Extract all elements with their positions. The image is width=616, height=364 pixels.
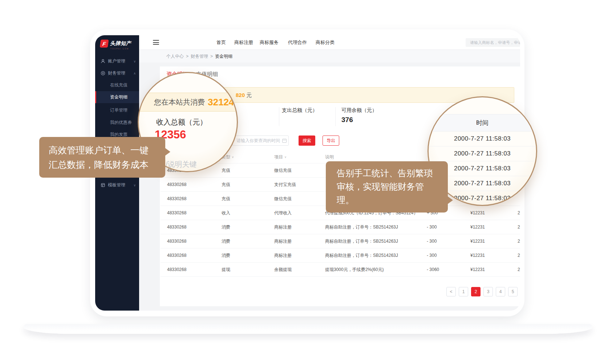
search-button[interactable]: 搜索 xyxy=(299,136,315,146)
cell-order-no: 48330268 xyxy=(167,206,186,220)
nav-trademark-service[interactable]: 商标服务 xyxy=(260,35,279,50)
cell-project: 商标注册 xyxy=(274,234,292,248)
topbar: 首页 商标注册 商标服务 代理合作 商标分类 xyxy=(139,35,520,50)
pagination-page-1[interactable]: 1 xyxy=(459,287,468,296)
user-icon xyxy=(101,59,105,64)
laptop-base xyxy=(24,324,592,334)
stat-divider xyxy=(279,107,279,126)
cell-balance: ¥12231 xyxy=(470,220,485,234)
magnified-income-label: 收入总额（元） xyxy=(156,117,207,127)
chevron-up-icon: ∧ xyxy=(133,72,136,75)
brand-subtitle: TOUPAI.COM xyxy=(110,48,129,50)
caret-down-icon: ∨ xyxy=(232,155,234,159)
stat-divider xyxy=(335,107,336,126)
cell-project: 余额提现 xyxy=(274,263,292,276)
cell-time: 2 xyxy=(518,220,520,234)
tooltip-left-text: 高效管理账户订单、一键汇总数据，降低财务成本 xyxy=(49,143,156,172)
chevron-down-icon: ∨ xyxy=(133,60,136,63)
table-row[interactable]: 48330268 消费 商标注册 商标自助注册，订单号：SB2514263J -… xyxy=(161,248,520,263)
breadcrumb-item[interactable]: 财务管理 xyxy=(191,53,208,60)
brand-logo[interactable]: F 头牌知产 xyxy=(100,40,131,48)
brand-logo-icon: F xyxy=(100,40,109,48)
finance-icon xyxy=(101,71,105,76)
cell-description: 提现3000元，手续费2%(60元) xyxy=(325,263,384,276)
export-button[interactable]: 导出 xyxy=(323,136,339,146)
cell-type: 消费 xyxy=(222,220,230,234)
cell-amount: - 3060 xyxy=(427,263,439,276)
breadcrumb-item[interactable]: 个人中心 xyxy=(166,53,184,60)
trademark-search-input[interactable] xyxy=(466,38,520,47)
cell-type: 充值 xyxy=(222,192,230,206)
cell-balance: ¥12231 xyxy=(470,206,485,220)
cell-type: 充值 xyxy=(222,178,230,191)
sidebar-item-label: 财务管理 xyxy=(108,70,125,76)
cell-balance: ¥12231 xyxy=(470,248,485,262)
cell-description: 商标自助注册，订单号：SB2514263J xyxy=(325,248,398,262)
cell-order-no: 48330268 xyxy=(167,248,186,262)
magnified-time-row: 2000-7-27 11:58:03 xyxy=(427,146,537,161)
calendar-icon[interactable] xyxy=(282,139,287,143)
pagination-page-4[interactable]: 4 xyxy=(496,287,505,296)
table-row[interactable]: 48330268 消费 商标注册 商标自助注册，订单号：SB2514263J -… xyxy=(161,220,520,234)
cell-project: 微信充值 xyxy=(274,163,292,177)
brand-name: 头牌知产 xyxy=(110,40,131,47)
date-filter-input[interactable] xyxy=(232,136,289,146)
magnified-consumption-amount: 32124 xyxy=(208,97,234,108)
pagination-prev-button[interactable]: < xyxy=(446,287,456,296)
cell-type: 提现 xyxy=(222,263,230,276)
sidebar-item-finance[interactable]: 财务管理 ∧ xyxy=(95,67,139,79)
magnified-time-header: 时间 xyxy=(427,114,537,132)
cell-balance: ¥12231 xyxy=(470,263,485,276)
tooltip-right: 告别手工统计、告别繁琐审核，实现智能财务管理。 xyxy=(326,161,448,213)
cell-amount: - 300 xyxy=(427,234,437,248)
sidebar-item-fund-details[interactable]: 资金明细 xyxy=(95,91,139,103)
tooltip-right-text: 告别手工统计、告别繁琐审核，实现智能财务管理。 xyxy=(337,166,434,207)
cell-order-no: 48330268 xyxy=(167,192,186,206)
sidebar-item-online-recharge[interactable]: 在线充值 xyxy=(95,79,139,91)
cell-amount: - 300 xyxy=(427,248,437,262)
chevron-down-icon: ∨ xyxy=(133,183,136,187)
cell-time: 2 xyxy=(518,263,520,276)
cell-time: 2 xyxy=(518,234,520,248)
cell-description: 商标自助注册，订单号：SB2514263J xyxy=(325,234,398,248)
cell-order-no: 48330268 xyxy=(167,220,186,234)
sidebar-item-my-coupons[interactable]: 我的优惠券 xyxy=(95,117,139,129)
nav-agent-cooperation[interactable]: 代理合作 xyxy=(288,35,307,50)
cell-description: 商标自助注册，订单号：SB2514263J xyxy=(325,220,398,234)
breadcrumb: 个人中心 > 财务管理 > 资金明细 xyxy=(139,50,520,62)
cell-amount: - 300 xyxy=(427,220,437,234)
nav-home[interactable]: 首页 xyxy=(216,35,226,50)
cell-project: 微信充值 xyxy=(274,192,292,206)
hamburger-menu-icon[interactable] xyxy=(153,40,159,45)
caret-down-icon: ∨ xyxy=(284,155,287,159)
template-icon xyxy=(101,183,105,187)
col-project[interactable]: 项目∨ xyxy=(274,151,287,163)
cell-type: 消费 xyxy=(222,248,230,262)
cell-time: 2 xyxy=(518,206,520,220)
cell-order-no: 48330268 xyxy=(167,234,186,248)
tooltip-left: 高效管理账户订单、一键汇总数据，降低财务成本 xyxy=(39,137,165,178)
sidebar-item-order-management[interactable]: 订单管理 xyxy=(95,104,139,116)
available-balance-value: 376 xyxy=(341,116,353,124)
table-row[interactable]: 48330268 消费 商标注册 商标自助注册，订单号：SB2514263J -… xyxy=(161,234,520,248)
cell-order-no: 48330268 xyxy=(167,178,186,191)
pagination-page-3[interactable]: 3 xyxy=(483,287,493,296)
table-row[interactable]: 48330268 提现 余额提现 提现3000元，手续费2%(60元) - 30… xyxy=(161,263,520,277)
magnified-consumption-banner: 您在本站共消费 32124 xyxy=(138,93,238,112)
sidebar-item-label: 模板管理 xyxy=(108,182,125,188)
breadcrumb-current: 资金明细 xyxy=(215,53,232,60)
pagination-page-2-active[interactable]: 2 xyxy=(471,287,481,296)
cell-time: 2 xyxy=(518,248,520,262)
sidebar-item-account[interactable]: 账户管理 ∨ xyxy=(95,55,139,67)
cell-type: 消费 xyxy=(222,234,230,248)
cell-type: 充值 xyxy=(222,163,230,177)
cell-project: 商标注册 xyxy=(274,220,292,234)
banner-amount: 820 元 xyxy=(236,92,252,99)
pagination-page-5[interactable]: 5 xyxy=(508,287,518,296)
cell-project: 支付宝充值 xyxy=(274,178,296,191)
available-balance-label: 可用余额（元） xyxy=(341,107,377,114)
sidebar-item-template[interactable]: 模板管理 ∨ xyxy=(95,179,139,191)
cell-balance: ¥12231 xyxy=(470,234,485,248)
nav-trademark-category[interactable]: 商标分类 xyxy=(316,35,335,50)
nav-trademark-register[interactable]: 商标注册 xyxy=(234,35,253,50)
